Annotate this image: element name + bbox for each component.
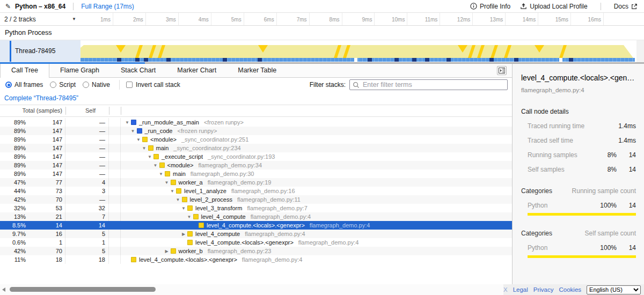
table-row[interactable]: 8.5%1414level_4_compute.<locals>.<genexp… [0,221,512,230]
docs-link[interactable]: Docs [614,3,638,10]
cell-spacer [109,247,121,255]
function-name: worker_a [179,179,203,186]
function-name: level_1_analyze [184,188,226,194]
cell-self: 18 [65,255,109,264]
sidebar-toggle-button[interactable] [497,66,507,75]
column-divider[interactable] [109,107,109,115]
tab-call-tree[interactable]: Call Tree [0,64,49,78]
column-divider[interactable] [65,107,66,115]
cell-total-samples: 16 [26,230,65,238]
collapse-icon[interactable]: ▼ [163,180,171,185]
table-row[interactable]: 89%147—▼mainflamegraph_demo.py:30 [0,169,512,178]
table-row[interactable]: 47%774▼worker_aflamegraph_demo.py:19 [0,178,512,187]
table-row[interactable]: 89%147—▼<module>flamegraph_demo.py:34 [0,161,512,169]
radio-all-frames[interactable]: All frames [5,81,43,88]
function-file: _sync_coordinator.py:251 [181,136,248,143]
call-tree-toolbar: All framesScriptNative Invert call stack… [0,78,512,92]
process-track-label[interactable]: Python Process [0,26,644,40]
sidebar-detail-row: Traced running time1.4ms [521,122,636,130]
function-name: level_4_compute.<locals>.<genexpr> [195,239,294,246]
full-range-link[interactable]: Full Range (17ms) [81,3,134,10]
timeline-ruler[interactable]: 1ms2ms3ms4ms5ms6ms7ms8ms9ms10ms11ms12ms1… [80,13,636,25]
scroll-left-arrow-icon[interactable] [2,287,5,292]
footer-link-cookies[interactable]: Cookies [559,286,582,293]
search-icon [353,82,360,88]
table-row[interactable]: 89%147—▼<module>_sync_coordinator.py:251 [0,135,512,144]
table-row[interactable]: 11%1818level_4_compute.<locals>.<genexpr… [0,255,512,264]
cell-self: — [65,195,109,204]
tab-flame-graph[interactable]: Flame Graph [49,64,110,77]
sidebar-categories-header: CategoriesSelf sample count [521,230,636,237]
radio-icon [50,82,56,88]
filter-stacks-input[interactable] [349,79,508,90]
collapse-icon[interactable]: ▼ [141,146,148,151]
category-color-icon [171,180,176,185]
table-row[interactable]: 89%147—▼_execute_script_sync_coordinator… [0,152,512,161]
cell-spacer [109,152,121,161]
cell-spacer [109,238,121,247]
collapse-icon[interactable]: ▼ [157,172,165,176]
cell-total-samples: 53 [26,204,65,212]
table-row[interactable]: 32%5332▼level_3_transformflamegraph_demo… [0,204,512,212]
category-color-icon [182,197,187,202]
tab-marker-table[interactable]: Marker Table [227,64,287,77]
table-row[interactable]: 42%705▶worker_bflamegraph_demo.py:23 [0,247,512,255]
cell-total-percent: 89% [0,128,26,134]
cell-spacer [109,204,121,212]
table-row[interactable]: 13%217▼level_4_computeflamegraph_demo.py… [0,212,512,221]
tab-marker-chart[interactable]: Marker Chart [166,64,227,77]
table-row[interactable]: 9.7%165▶level_4_computeflamegraph_demo.p… [0,230,512,238]
collapse-icon[interactable]: ▼ [123,120,131,125]
cell-spacer [109,161,121,169]
table-row[interactable]: 44%733▼level_1_analyzeflamegraph_demo.py… [0,187,512,195]
footer-close-button[interactable]: X [503,286,508,293]
column-header-self[interactable]: Self [85,107,96,114]
scrollbar-thumb[interactable] [10,287,156,292]
cell-total-samples: 147 [26,169,65,178]
table-row[interactable]: 0.6%11level_4_compute.<locals>.<genexpr>… [0,238,512,247]
radio-script[interactable]: Script [50,81,76,88]
column-divider[interactable] [121,107,121,115]
invert-call-stack-checkbox[interactable]: Invert call stack [126,81,180,88]
footer-link-privacy[interactable]: Privacy [533,286,554,293]
collapse-icon[interactable]: ▼ [152,163,159,168]
function-name: <module> [167,162,194,168]
horizontal-scrollbar[interactable] [0,284,503,295]
radio-native[interactable]: Native [83,81,110,88]
profile-info-button[interactable]: Profile Info [470,3,510,10]
collapse-icon[interactable]: ▼ [174,197,182,202]
cell-total-percent: 44% [0,188,26,194]
cell-spacer [109,187,121,195]
function-file: flamegraph_demo.py:4 [310,222,370,228]
tab-stack-chart[interactable]: Stack Chart [110,64,166,77]
collapse-icon[interactable]: ▼ [169,189,176,194]
tracks-count-dropdown[interactable]: 2 / 2 tracks ▼ [0,13,80,25]
collapse-icon[interactable]: ▼ [180,206,187,211]
function-name: _run_module_as_main [139,119,199,126]
thread-track[interactable]: Thread-78495 [0,40,644,62]
expand-icon[interactable]: ▶ [180,232,187,237]
collapse-icon[interactable]: ▼ [146,154,153,159]
table-row[interactable]: 89%147—▼_run_module_as_main<frozen runpy… [0,118,512,127]
category-color-icon [131,257,136,262]
cell-total-samples: 18 [26,255,65,264]
collapse-icon[interactable]: ▼ [129,129,137,134]
thread-activity-graph[interactable] [80,40,636,62]
collapse-icon[interactable]: ▼ [135,137,142,142]
language-select[interactable]: English (US) [587,285,641,294]
upload-profile-button[interactable]: Upload Local Profile [520,3,587,10]
profile-title: Python – x86_64 [15,3,65,10]
column-header-total[interactable]: Total (samples) [22,107,62,114]
footer-link-legal[interactable]: Legal [513,286,528,293]
complete-thread-link[interactable]: Complete “Thread-78495” [4,94,78,102]
cell-self: — [65,169,109,178]
table-row[interactable]: 89%147—▼main_sync_coordinator.py:234 [0,144,512,152]
expand-icon[interactable]: ▶ [163,249,171,254]
edit-profile-name-icon[interactable]: ✎ [5,3,11,10]
function-name: level_2_process [190,196,233,203]
table-row[interactable]: 42%70—▼level_2_processflamegraph_demo.py… [0,195,512,204]
thread-track-label[interactable]: Thread-78495 [0,40,80,62]
table-row[interactable]: 89%147—▼_run_code<frozen runpy> [0,127,512,135]
cell-total-percent: 89% [0,153,26,160]
collapse-icon[interactable]: ▼ [186,215,193,219]
